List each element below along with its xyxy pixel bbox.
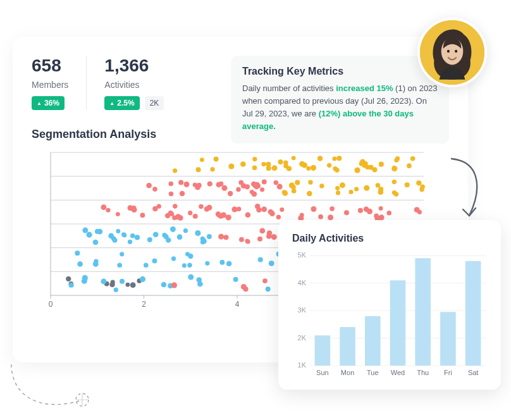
svg-point-256: [126, 283, 130, 287]
svg-point-108: [376, 183, 380, 187]
svg-point-35: [261, 162, 266, 166]
svg-point-294: [455, 50, 457, 52]
svg-point-60: [207, 181, 212, 186]
svg-point-196: [202, 239, 207, 244]
svg-point-36: [407, 163, 412, 168]
svg-point-253: [120, 252, 124, 256]
svg-text:Wed: Wed: [391, 369, 405, 376]
svg-point-83: [277, 184, 283, 190]
svg-point-47: [299, 161, 305, 167]
svg-point-159: [152, 206, 158, 212]
svg-point-113: [336, 190, 340, 195]
svg-point-267: [188, 275, 194, 280]
svg-point-33: [332, 156, 336, 161]
svg-point-275: [69, 283, 74, 288]
stat-label: Activities: [104, 80, 164, 90]
svg-point-134: [344, 210, 349, 215]
svg-point-237: [188, 254, 193, 259]
svg-point-255: [66, 276, 71, 281]
svg-rect-315: [440, 312, 456, 366]
svg-point-112: [378, 187, 383, 192]
svg-point-218: [223, 235, 228, 240]
svg-rect-317: [465, 261, 481, 366]
svg-point-193: [130, 233, 135, 238]
svg-point-249: [152, 259, 157, 264]
svg-point-96: [335, 186, 340, 190]
svg-point-57: [266, 166, 271, 171]
svg-point-55: [306, 166, 311, 171]
svg-point-263: [114, 288, 118, 292]
stat-value: 1,366: [104, 56, 164, 76]
svg-point-254: [269, 261, 274, 266]
svg-text:Fri: Fri: [444, 369, 452, 376]
svg-point-155: [379, 206, 383, 211]
svg-point-64: [228, 191, 233, 196]
svg-point-251: [75, 250, 80, 256]
svg-point-22: [354, 168, 360, 173]
svg-point-138: [237, 207, 241, 211]
svg-point-117: [340, 182, 345, 188]
avatar: [417, 18, 487, 87]
svg-point-95: [392, 180, 397, 184]
svg-text:4: 4: [235, 300, 240, 309]
svg-point-284: [171, 282, 177, 288]
svg-point-171: [165, 213, 170, 218]
svg-point-266: [140, 276, 145, 282]
svg-point-31: [173, 168, 177, 173]
svg-point-106: [348, 190, 353, 194]
svg-point-276: [233, 277, 238, 282]
svg-point-167: [318, 214, 323, 219]
svg-point-115: [354, 187, 359, 191]
svg-point-58: [362, 161, 367, 166]
svg-point-163: [386, 211, 391, 215]
svg-point-191: [116, 229, 120, 233]
svg-point-219: [218, 234, 224, 240]
svg-point-91: [178, 180, 183, 185]
svg-point-170: [245, 212, 251, 218]
svg-point-168: [132, 206, 136, 210]
svg-point-34: [272, 165, 278, 171]
svg-point-97: [282, 190, 286, 194]
delta-row: 36%: [32, 96, 68, 110]
svg-point-103: [364, 185, 369, 191]
stat-members: 658 Members 36%: [32, 56, 86, 110]
svg-point-160: [226, 214, 231, 220]
svg-point-243: [182, 263, 187, 268]
svg-point-53: [286, 166, 292, 171]
svg-point-28: [196, 167, 201, 172]
svg-point-68: [260, 187, 264, 192]
svg-point-63: [262, 180, 267, 185]
svg-point-164: [221, 212, 226, 218]
svg-point-176: [135, 235, 140, 240]
svg-point-151: [193, 214, 198, 219]
svg-point-221: [259, 228, 265, 234]
svg-point-247: [258, 257, 263, 262]
svg-point-84: [245, 184, 250, 189]
daily-title: Daily Activities: [292, 233, 487, 244]
daily-activities-card: Daily Activities 1K2K3K4K5KSunMonTueWedT…: [278, 220, 501, 390]
svg-point-184: [177, 234, 183, 240]
svg-point-26: [336, 156, 342, 161]
svg-point-137: [101, 204, 106, 210]
arrow-icon: [444, 155, 488, 225]
svg-point-18: [391, 166, 397, 171]
svg-point-40: [327, 163, 331, 168]
svg-point-189: [162, 233, 167, 238]
svg-point-50: [200, 158, 204, 162]
svg-text:5K: 5K: [298, 251, 307, 259]
svg-point-192: [121, 232, 126, 237]
daily-bar-chart: 1K2K3K4K5KSunMonTueWedThuFriSat: [292, 253, 487, 380]
svg-point-82: [250, 190, 254, 194]
svg-point-150: [276, 215, 281, 219]
svg-text:4K: 4K: [298, 279, 307, 287]
stat-activities: 1,366 Activities 2.5% 2K: [86, 56, 182, 110]
svg-point-165: [173, 204, 177, 208]
svg-point-32: [335, 168, 340, 173]
svg-point-104: [289, 183, 295, 188]
svg-point-293: [447, 50, 450, 52]
svg-point-271: [120, 279, 125, 284]
svg-point-200: [153, 232, 159, 238]
svg-text:2: 2: [142, 300, 146, 309]
svg-point-130: [367, 209, 372, 214]
svg-point-261: [130, 282, 136, 288]
